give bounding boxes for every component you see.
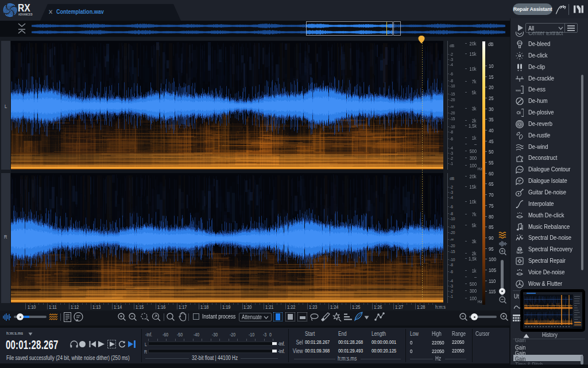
svg-text:sss: sss xyxy=(516,89,521,92)
